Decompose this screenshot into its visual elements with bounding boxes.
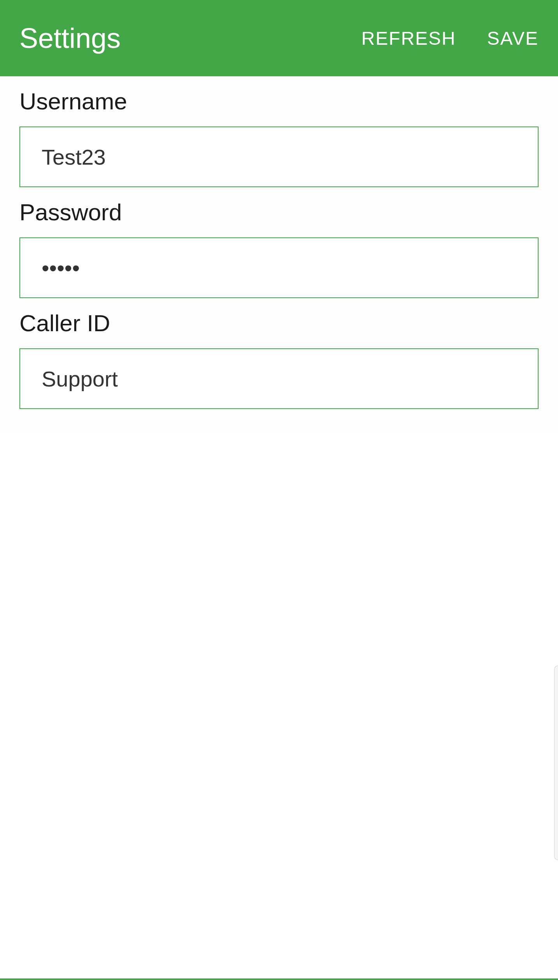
caller-id-label: Caller ID [19, 310, 539, 337]
refresh-button[interactable]: REFRESH [361, 28, 456, 49]
username-label: Username [19, 88, 539, 115]
caller-id-input[interactable] [19, 348, 539, 409]
password-label: Password [19, 199, 539, 226]
save-button[interactable]: SAVE [487, 28, 539, 49]
page-title: Settings [19, 22, 121, 54]
bottom-border [0, 978, 558, 980]
header-actions: REFRESH SAVE [361, 28, 539, 49]
username-input[interactable] [19, 126, 539, 187]
app-header: Settings REFRESH SAVE [0, 0, 558, 76]
password-input[interactable] [19, 237, 539, 298]
username-field-group: Username [19, 88, 539, 187]
caller-id-field-group: Caller ID [19, 310, 539, 409]
password-field-group: Password [19, 199, 539, 298]
scroll-indicator[interactable] [554, 666, 558, 860]
settings-form: Username Password Caller ID [0, 76, 558, 432]
